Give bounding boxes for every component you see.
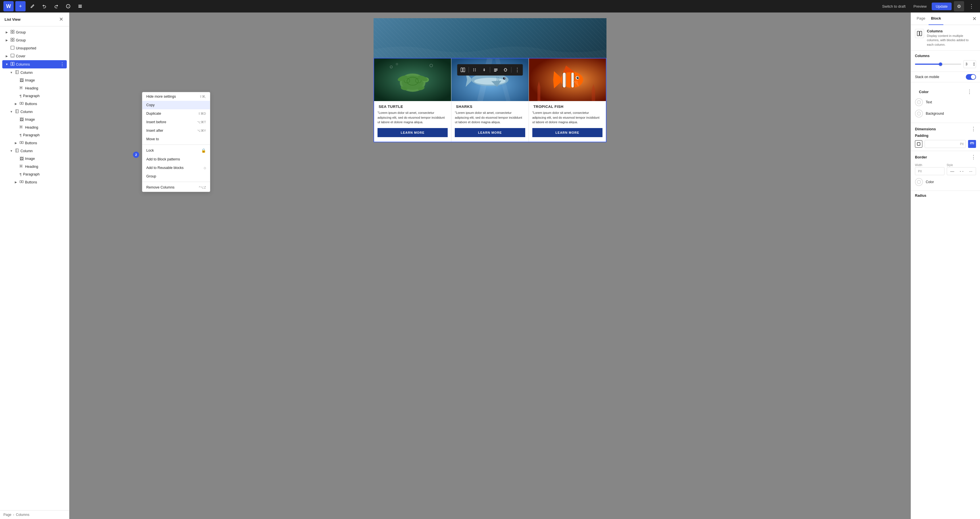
border-dotted-button[interactable]: ···: [969, 168, 973, 174]
sidebar-item-buttons1[interactable]: ▶ Buttons: [2, 100, 67, 108]
switch-to-draft-button[interactable]: Switch to draft: [879, 3, 908, 10]
border-style-label: Style: [947, 163, 976, 167]
svg-rect-3: [78, 6, 82, 6]
px-label: PX: [960, 143, 964, 146]
undo-button[interactable]: [39, 1, 49, 11]
more-icon[interactable]: ⋮: [60, 62, 64, 67]
more-options-toolbar-button[interactable]: ⋮: [513, 65, 522, 75]
settings-button[interactable]: ⚙: [954, 1, 964, 11]
col3-learn-more-button[interactable]: LEARN MORE: [532, 128, 603, 137]
dimensions-section: Padding PX: [911, 134, 980, 151]
sidebar-item-unsupported[interactable]: ▶ Unsupported: [2, 44, 67, 52]
more-options-button[interactable]: ⋮: [966, 1, 977, 11]
breadcrumb-page[interactable]: Page: [3, 513, 11, 517]
menu-item-group[interactable]: Group: [142, 172, 210, 181]
sidebar-item-heading2[interactable]: ▶ Heading: [2, 124, 67, 131]
col2-learn-more-button[interactable]: LEARN MORE: [455, 128, 525, 137]
sidebar-item-column2[interactable]: ▼ Column: [2, 108, 67, 116]
align-button[interactable]: [492, 65, 501, 75]
right-panel-close-button[interactable]: ✕: [972, 16, 977, 22]
border-color-label: Color: [926, 180, 934, 184]
link-padding-button[interactable]: [968, 140, 976, 148]
preview-button[interactable]: Preview: [911, 3, 929, 10]
menu-item-insert-before[interactable]: Insert before ⌥⌘T: [142, 118, 210, 126]
text-color-row[interactable]: Text: [915, 97, 976, 108]
menu-item-move-to[interactable]: Move to: [142, 135, 210, 143]
sidebar-item-para2[interactable]: ▶ ¶ Paragraph: [2, 132, 67, 139]
svg-rect-10: [13, 38, 14, 40]
menu-item-add-reusable[interactable]: Add to Reusable blocks ◇: [142, 163, 210, 172]
radius-label: Radius: [915, 194, 976, 198]
menu-item-insert-after[interactable]: Insert after ⌥⌘Y: [142, 126, 210, 135]
tab-page-button[interactable]: Page: [915, 13, 928, 25]
border-dashed-button[interactable]: - -: [959, 168, 964, 174]
border-more-button[interactable]: ⋮: [971, 154, 976, 160]
columns-slider[interactable]: [915, 63, 961, 65]
sidebar-item-columns[interactable]: ▼ Columns ⋮ 1: [2, 60, 67, 68]
tab-block-button[interactable]: Block: [929, 13, 943, 25]
sidebar-item-cover[interactable]: ▶ Cover: [2, 52, 67, 60]
wordpress-logo[interactable]: W: [3, 1, 14, 11]
menu-item-remove-columns[interactable]: Remove Columns ^⌥Z: [142, 183, 210, 192]
stack-mobile-toggle[interactable]: [966, 74, 976, 80]
move-up-down-button[interactable]: [480, 65, 489, 75]
color-section: Color ⋮ Text Background: [911, 83, 980, 123]
sidebar-item-group1[interactable]: ▶ Group: [2, 29, 67, 36]
menu-item-copy[interactable]: Copy: [142, 101, 210, 109]
padding-input[interactable]: PX: [924, 140, 966, 148]
sidebar-item-image2[interactable]: ▶ 🖼 Image: [2, 116, 67, 123]
slider-fill: [915, 63, 940, 65]
sidebar-item-para3[interactable]: ▶ ¶ Paragraph: [2, 171, 67, 178]
svg-rect-13: [11, 46, 14, 49]
menu-item-label: Insert before: [146, 120, 166, 124]
drag-handle-button[interactable]: [470, 65, 479, 75]
sidebar-item-heading1[interactable]: ▶ Heading: [2, 84, 67, 92]
list-view-button[interactable]: [75, 1, 85, 11]
redo-button[interactable]: [51, 1, 61, 11]
toolbar-divider-2: [490, 67, 490, 73]
sidebar-close-button[interactable]: ✕: [58, 16, 64, 23]
edit-button[interactable]: [27, 1, 38, 11]
canvas-area[interactable]: ⋮: [69, 13, 911, 519]
border-color-swatch: [915, 178, 923, 186]
color-section-more-button[interactable]: ⋮: [967, 89, 972, 95]
menu-item-lock[interactable]: Lock 🔒: [142, 146, 210, 155]
shortcut-label: ⇧⌘D: [198, 112, 206, 116]
breadcrumb-columns[interactable]: Columns: [16, 513, 29, 517]
topbar: W + i Switch to draft Preview Update ⚙ ⋮: [0, 0, 980, 13]
unsupported-icon: [11, 46, 14, 51]
sidebar-item-group2[interactable]: ▶ Group: [2, 37, 67, 44]
columns-block-button[interactable]: [458, 65, 468, 75]
update-button[interactable]: Update: [932, 3, 951, 10]
border-solid-button[interactable]: —: [950, 168, 955, 174]
menu-item-add-block-patterns[interactable]: Add to Block patterns: [142, 155, 210, 163]
svg-text:i: i: [68, 5, 69, 8]
svg-rect-31: [463, 68, 465, 72]
menu-item-label: Add to Reusable blocks: [146, 166, 183, 170]
columns-number-input[interactable]: 3 ▲ ▼: [964, 60, 976, 68]
sidebar-item-buttons2[interactable]: ▶ Buttons: [2, 139, 67, 147]
sidebar-item-label: Buttons: [25, 180, 64, 184]
sidebar-item-image3[interactable]: ▶ 🖼 Image: [2, 155, 67, 162]
border-style-input[interactable]: — - - ···: [947, 167, 976, 175]
sidebar-item-para1[interactable]: ▶ ¶ Paragraph: [2, 92, 67, 100]
border-width-input[interactable]: PX: [915, 167, 945, 175]
svg-rect-30: [461, 68, 463, 72]
sidebar-item-buttons3[interactable]: ▶ Buttons: [2, 178, 67, 186]
dimensions-more-button[interactable]: ⋮: [971, 126, 976, 132]
sidebar-item-column3[interactable]: ▼ Column: [2, 147, 67, 155]
sidebar-item-column1[interactable]: ▼ Column: [2, 69, 67, 76]
sidebar-item-image1[interactable]: ▶ 🖼 Image: [2, 77, 67, 84]
shortcut-label: ^⌥Z: [199, 186, 206, 189]
stack-on-mobile-row: Stack on mobile: [911, 72, 980, 83]
sidebar-item-heading3[interactable]: ▶ Heading: [2, 163, 67, 170]
background-color-row[interactable]: Background: [915, 108, 976, 119]
menu-item-duplicate[interactable]: Duplicate ⇧⌘D: [142, 109, 210, 118]
add-block-button[interactable]: +: [15, 1, 25, 11]
border-color-row[interactable]: Color: [915, 176, 976, 188]
col1-learn-more-button[interactable]: LEARN MORE: [377, 128, 448, 137]
width-button[interactable]: [501, 65, 510, 75]
menu-item-hide-settings[interactable]: Hide more settings ⇧⌘,: [142, 92, 210, 101]
info-button[interactable]: i: [63, 1, 73, 11]
decrement-arrow[interactable]: ▼: [973, 64, 975, 67]
